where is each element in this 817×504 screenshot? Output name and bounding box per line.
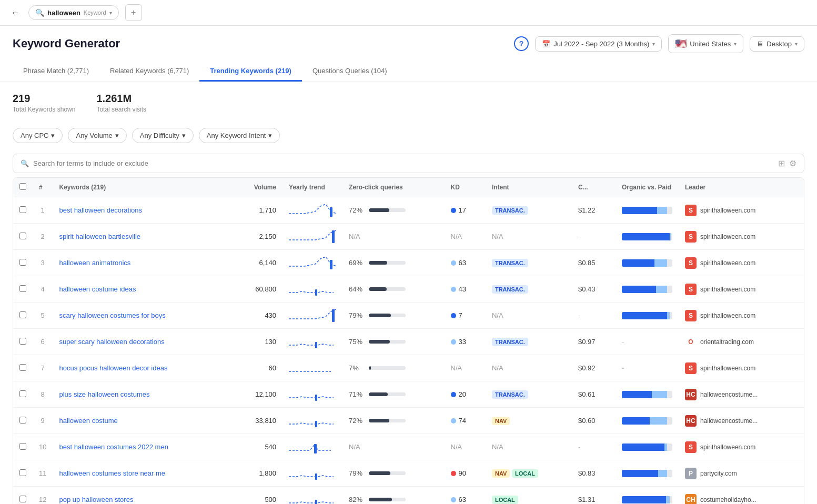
leader-logo: S <box>685 257 697 269</box>
export-csv-button[interactable]: ⊞ <box>778 158 785 168</box>
row-checkbox-cell <box>13 381 33 408</box>
svg-rect-8 <box>314 444 317 453</box>
add-tab-button[interactable]: + <box>125 4 142 21</box>
col-intent: Intent <box>486 178 572 197</box>
svg-rect-3 <box>315 289 317 296</box>
search-pill[interactable]: 🔍 halloween Keyword ▾ <box>28 5 119 20</box>
trend-cell <box>283 303 342 329</box>
keyword-link[interactable]: halloween costume ideas <box>59 285 136 293</box>
row-checkbox-cell <box>13 408 33 434</box>
trend-cell <box>283 224 342 250</box>
intent-cell: N/A <box>486 303 572 329</box>
leader-logo: S <box>685 362 697 374</box>
back-button[interactable]: ← <box>8 5 22 21</box>
total-visits-stat: 1.261M Total search visits <box>96 93 146 113</box>
leader-domain: spirithalloween.com <box>700 259 755 267</box>
kd-cell: N/A <box>445 434 486 460</box>
device-selector[interactable]: 🖥 Desktop ▾ <box>750 36 804 52</box>
organic-paid-cell <box>616 250 679 276</box>
intent-cell: TRANSAC. <box>486 276 572 303</box>
chevron-down-icon: ▾ <box>182 132 186 139</box>
keyword-link[interactable]: best halloween decorations <box>59 206 142 214</box>
leader-cell: S spirithalloween.com <box>679 434 804 460</box>
row-checkbox[interactable] <box>19 259 26 266</box>
keyword-link[interactable]: spirit halloween bartlesville <box>59 233 140 240</box>
keyword-link[interactable]: best halloween costumes 2022 men <box>59 443 168 451</box>
row-checkbox-cell <box>13 224 33 250</box>
organic-paid-cell <box>616 276 679 303</box>
row-checkbox-cell <box>13 197 33 224</box>
row-checkbox[interactable] <box>19 469 26 476</box>
leader-cell: HC halloweencostume... <box>679 381 804 408</box>
intent-cell: N/A <box>486 355 572 381</box>
intent-filter[interactable]: Any Keyword Intent ▾ <box>199 128 280 143</box>
difficulty-filter[interactable]: Any Difficulty ▾ <box>132 128 194 143</box>
cpc-cell: - <box>572 224 616 250</box>
tab-phrase-match[interactable]: Phrase Match (2,771) <box>13 62 99 82</box>
total-visits-label: Total search visits <box>96 106 146 113</box>
tabs: Phrase Match (2,771) Related Keywords (6… <box>13 62 804 82</box>
keyword-link[interactable]: halloween animatronics <box>59 259 130 267</box>
help-icon[interactable]: ? <box>514 36 529 51</box>
intent-cell: TRANSAC. <box>486 329 572 355</box>
cpc-cell: $0.85 <box>572 250 616 276</box>
keyword-link[interactable]: hocus pocus halloween decor ideas <box>59 364 167 372</box>
leader-cell: O orientaltrading.com <box>679 329 804 355</box>
table-row: 5 scary halloween costumes for boys 430 … <box>13 303 804 329</box>
leader-domain: orientaltrading.com <box>700 338 754 346</box>
keyword-link[interactable]: pop up halloween stores <box>59 496 133 503</box>
row-checkbox-cell <box>13 250 33 276</box>
intent-cell: LOCAL <box>486 487 572 505</box>
keyword-link[interactable]: scary halloween costumes for boys <box>59 311 165 319</box>
table-row: 3 halloween animatronics 6,140 69% 63 TR… <box>13 250 804 276</box>
leader-domain: costumeholidayho... <box>700 496 757 503</box>
volume-cell: 1,800 <box>231 460 283 487</box>
row-checkbox[interactable] <box>19 311 26 318</box>
main-content: 219 Total Keywords shown 1.261M Total se… <box>0 82 817 504</box>
row-checkbox[interactable] <box>19 417 26 424</box>
tab-trending-keywords[interactable]: Trending Keywords (219) <box>199 62 302 82</box>
leader-domain: spirithalloween.com <box>700 207 755 214</box>
trend-cell <box>283 381 342 408</box>
settings-button[interactable]: ⚙ <box>789 158 796 168</box>
zero-click-cell: 64% <box>342 276 444 303</box>
volume-filter[interactable]: Any Volume ▾ <box>68 128 126 143</box>
cpc-cell: - <box>572 434 616 460</box>
tab-questions-queries[interactable]: Questions Queries (104) <box>302 62 398 82</box>
leader-logo: S <box>685 310 697 321</box>
volume-cell: 33,810 <box>231 408 283 434</box>
row-checkbox[interactable] <box>19 285 26 292</box>
country-selector[interactable]: 🇺🇸 United States ▾ <box>668 34 743 53</box>
row-checkbox[interactable] <box>19 390 26 397</box>
keyword-link[interactable]: halloween costumes store near me <box>59 469 165 477</box>
trend-cell <box>283 460 342 487</box>
row-checkbox[interactable] <box>19 206 26 213</box>
select-all-checkbox[interactable] <box>19 183 26 190</box>
keyword-cell: best halloween decorations <box>53 197 231 224</box>
row-checkbox[interactable] <box>19 233 26 239</box>
col-zero-click: Zero-click queries <box>342 178 444 197</box>
row-checkbox[interactable] <box>19 338 26 345</box>
leader-cell: HC halloweencostume... <box>679 408 804 434</box>
total-keywords-label: Total Keywords shown <box>13 106 75 113</box>
zero-click-cell: N/A <box>342 224 444 250</box>
row-number: 3 <box>33 250 53 276</box>
keyword-link[interactable]: super scary halloween decorations <box>59 338 164 346</box>
keyword-link[interactable]: halloween costume <box>59 417 117 425</box>
table-row: 1 best halloween decorations 1,710 72% 1… <box>13 197 804 224</box>
chevron-down-icon: ▾ <box>51 132 55 139</box>
date-selector[interactable]: 📅 Jul 2022 - Sep 2022 (3 Months) ▾ <box>535 36 662 52</box>
search-input[interactable] <box>33 159 774 167</box>
organic-paid-cell <box>616 224 679 250</box>
volume-cell: 2,150 <box>231 224 283 250</box>
keyword-link[interactable]: plus size halloween costumes <box>59 390 149 398</box>
cpc-filter[interactable]: Any CPC ▾ <box>13 128 63 143</box>
row-checkbox[interactable] <box>19 496 26 502</box>
organic-paid-cell <box>616 460 679 487</box>
row-number: 4 <box>33 276 53 303</box>
row-checkbox[interactable] <box>19 443 26 450</box>
kd-cell: 90 <box>445 460 486 487</box>
table-row: 9 halloween costume 33,810 72% 74 NAV $0… <box>13 408 804 434</box>
tab-related-keywords[interactable]: Related Keywords (6,771) <box>99 62 199 82</box>
row-checkbox[interactable] <box>19 364 26 371</box>
